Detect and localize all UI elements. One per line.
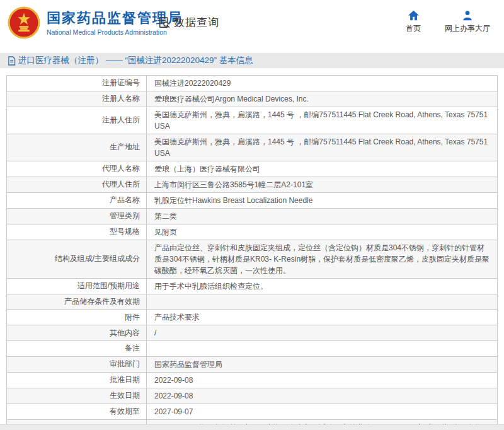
- table-row: 代理人名称爱琅（上海）医疗器械有限公司: [7, 161, 497, 177]
- row-label: 代理人名称: [7, 161, 147, 177]
- row-value: 2022-09-08: [147, 373, 497, 388]
- row-label: 适用范围/预期用途: [7, 279, 147, 294]
- row-label: 代理人住所: [7, 177, 147, 192]
- table-row: 管理类别第二类: [7, 209, 497, 224]
- row-label: 结构及组成/主要组成成分: [7, 240, 147, 278]
- row-label: 注册人名称: [7, 91, 147, 107]
- table-row: 生产地址美国德克萨斯州，雅典，扁溪路，1445 号 ，邮编757511445 F…: [7, 134, 497, 161]
- row-label: 备注: [7, 341, 147, 356]
- row-label: 附件: [7, 310, 147, 325]
- nav-home[interactable]: 首页: [406, 10, 421, 34]
- document-icon: [8, 56, 16, 66]
- table-row: 审批部门国家药品监督管理局: [7, 357, 497, 373]
- row-value: 用于手术中乳腺活组织检查定位。: [147, 279, 497, 294]
- row-label: 型号规格: [7, 224, 147, 240]
- table-row: 其他内容/: [7, 325, 497, 341]
- table-row: 附件产品技术要求: [7, 310, 497, 325]
- table-row: 代理人住所上海市闵行区三鲁公路3585号1幢二层A2-101室: [7, 177, 497, 193]
- table-row: 有效期至2027-09-07: [7, 404, 497, 420]
- row-value: 乳腺定位针Hawkins Breast Localization Needle: [147, 193, 497, 208]
- row-label: 注册人住所: [7, 107, 147, 134]
- site-header: 国家药品监督管理局 National Medical Products Admi…: [0, 0, 504, 47]
- row-label: 审批部门: [7, 357, 147, 372]
- row-label: 生产地址: [7, 134, 147, 161]
- row-value: 第二类: [147, 209, 497, 224]
- row-value: 爱琅医疗器械公司Argon Medical Devices, Inc.: [147, 91, 497, 107]
- row-value: 见附页: [147, 224, 497, 240]
- data-query-label: 数据查询: [174, 15, 219, 30]
- row-label: 其他内容: [7, 325, 147, 340]
- row-value: 上海市闵行区三鲁公路3585号1幢二层A2-101室: [147, 177, 497, 192]
- table-row: 型号规格见附页: [7, 224, 497, 240]
- row-value: [147, 341, 497, 356]
- row-value: 国械注进20222020429: [147, 76, 497, 91]
- table-row: 产品名称乳腺定位针Hawkins Breast Localization Nee…: [7, 193, 497, 209]
- breadcrumb: 进口医疗器械（注册） —— “国械注进20222020429” 基本信息: [0, 53, 504, 68]
- table-row: 注册人名称爱琅医疗器械公司Argon Medical Devices, Inc.: [7, 91, 497, 107]
- table-row: 产品储存条件及有效期: [7, 294, 497, 310]
- row-value: 美国德克萨斯州，雅典，扁溪路，1445 号 ，邮编757511445 Flat …: [147, 134, 497, 161]
- table-row: 适用范围/预期用途用于手术中乳腺活组织检查定位。: [7, 279, 497, 294]
- home-icon: [408, 10, 420, 21]
- table-row: 注册人住所美国德克萨斯州，雅典，扁溪路，1445 号 ，邮编757511445 …: [7, 107, 497, 134]
- row-value: 2022-09-08: [147, 388, 497, 404]
- nav-home-label: 首页: [406, 23, 421, 34]
- row-value: 美国德克萨斯州，雅典，扁溪路，1445 号 ，邮编757511445 Flat …: [147, 107, 497, 134]
- table-row: 生效日期2022-09-08: [7, 388, 497, 404]
- nav-service-hall[interactable]: 网上办事大厅: [445, 10, 490, 34]
- row-value: [147, 294, 497, 309]
- table-row: 注册证编号国械注进20222020429: [7, 76, 497, 91]
- row-label: 注册证编号: [7, 76, 147, 91]
- row-value: 国家药品监督管理局: [147, 357, 497, 372]
- row-value: 产品技术要求: [147, 310, 497, 325]
- row-value: 产品由定位丝、穿刺针和皮肤固定夹组成，定位丝（含定位钩）材质是304不锈钢，穿刺…: [147, 240, 497, 278]
- table-row: 批准日期2022-09-08: [7, 373, 497, 388]
- data-query-icon: [158, 16, 171, 30]
- row-label: 生效日期: [7, 388, 147, 404]
- row-label: 有效期至: [7, 404, 147, 419]
- person-icon: [462, 10, 473, 21]
- row-label: 批准日期: [7, 373, 147, 388]
- row-label: 产品储存条件及有效期: [7, 294, 147, 309]
- page-footer-band: [0, 424, 504, 430]
- row-label: 产品名称: [7, 193, 147, 208]
- row-label: 管理类别: [7, 209, 147, 224]
- data-query-title[interactable]: 数据查询: [158, 15, 219, 30]
- national-emblem-logo: [8, 6, 40, 39]
- logo-block: 国家药品监督管理局 National Medical Products Admi…: [8, 6, 183, 39]
- info-table: 注册证编号国械注进20222020429注册人名称爱琅医疗器械公司Argon M…: [6, 75, 498, 430]
- row-value: /: [147, 325, 497, 340]
- breadcrumb-text: 进口医疗器械（注册） —— “国械注进20222020429” 基本信息: [18, 55, 253, 66]
- table-row: 备注: [7, 341, 497, 356]
- row-value: 爱琅（上海）医疗器械有限公司: [147, 161, 497, 177]
- row-value: 2027-09-07: [147, 404, 497, 419]
- table-row: 结构及组成/主要组成成分产品由定位丝、穿刺针和皮肤固定夹组成，定位丝（含定位钩）…: [7, 240, 497, 279]
- top-nav: 首页 网上办事大厅: [406, 10, 490, 34]
- nav-service-hall-label: 网上办事大厅: [445, 23, 490, 34]
